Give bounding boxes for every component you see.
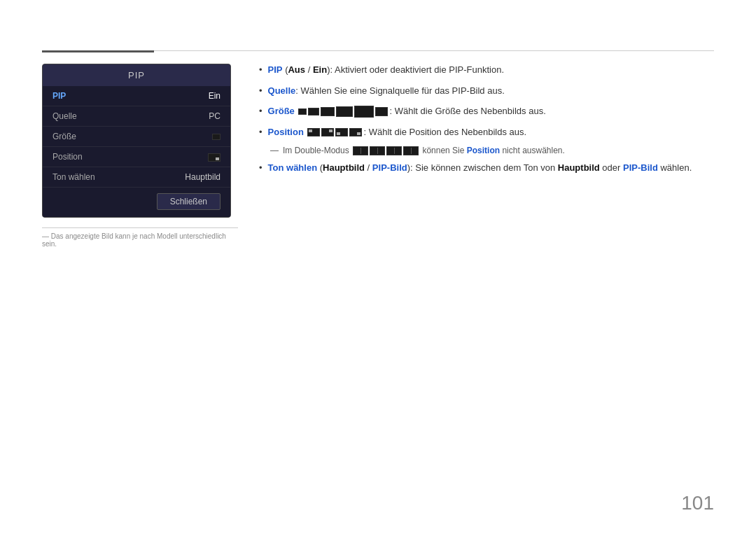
- size-xl-icon: [336, 106, 353, 117]
- right-section: PIP (Aus / Ein): Aktiviert oder deaktivi…: [259, 63, 714, 182]
- pos-tl-icon: [307, 128, 320, 136]
- size-half-icon: [375, 107, 388, 116]
- bullet-ton: Ton wählen (Hauptbild / PIP-Bild): Sie k…: [259, 161, 714, 175]
- double-icon-3: [386, 146, 402, 155]
- pip-row-value: Ein: [209, 91, 220, 101]
- pip-bild-term: PIP-Bild: [372, 162, 407, 173]
- bullet-quelle-text: Quelle: Wählen Sie eine Signalquelle für…: [268, 84, 505, 98]
- position-row-value: [208, 152, 220, 162]
- bullet-position-text: Position : Wählt die Position des Nebenb…: [268, 125, 527, 139]
- groesse-row-value: [212, 132, 220, 141]
- pip-row[interactable]: PIP Ein: [43, 86, 230, 106]
- double-icon-1: [353, 146, 368, 155]
- size-xxl-icon: [354, 106, 374, 118]
- pip-footer: Schließen: [43, 188, 230, 217]
- double-icon-4: [403, 146, 419, 155]
- bullet-list-2: Ton wählen (Hauptbild / PIP-Bild): Sie k…: [259, 161, 714, 175]
- ton-row-value: Hauptbild: [185, 172, 220, 182]
- pos-br-icon: [349, 128, 362, 136]
- schliessen-button[interactable]: Schließen: [157, 193, 220, 210]
- quelle-term: Quelle: [268, 85, 296, 96]
- section-rule: [42, 50, 154, 52]
- footnote: ― Das angezeigte Bild kann je nach Model…: [42, 227, 238, 248]
- size-s-icon: [298, 108, 307, 115]
- groesse-row-label: Größe: [52, 132, 76, 141]
- pip-title: PIP: [43, 64, 230, 86]
- position-icons: [307, 128, 362, 136]
- position-term: Position: [268, 127, 304, 137]
- position-icon: [208, 153, 220, 162]
- double-icon-2: [370, 146, 385, 155]
- bullet-pip-text: PIP (Aus / Ein): Aktiviert oder deaktivi…: [268, 63, 504, 77]
- ton-row[interactable]: Ton wählen Hauptbild: [43, 167, 230, 188]
- groesse-row[interactable]: Größe: [43, 127, 230, 147]
- pos-bl-icon: [335, 128, 348, 136]
- bullet-quelle: Quelle: Wählen Sie eine Signalquelle für…: [259, 84, 714, 98]
- size-m-icon: [308, 108, 319, 115]
- sub-note-text: Im Double-Modus können Sie Position nich…: [283, 146, 565, 155]
- ton-row-label: Ton wählen: [52, 172, 95, 182]
- pip-menu-box: PIP PIP Ein Quelle PC Größe Position: [42, 64, 231, 218]
- double-mode-icons: [353, 146, 419, 155]
- position-row[interactable]: Position: [43, 147, 230, 167]
- bullet-position: Position : Wählt die Position des Nebenb…: [259, 125, 714, 139]
- groesse-icons: [298, 106, 388, 118]
- bullet-groesse-text: Größe : Wählt die Größe des Nebenbilds a…: [268, 104, 546, 118]
- hauptbild-term: Hauptbild: [323, 162, 365, 173]
- groesse-term: Größe: [268, 106, 295, 116]
- left-section: PIP PIP Ein Quelle PC Größe Position: [42, 50, 182, 248]
- pos-tr-icon: [321, 128, 334, 136]
- aus-term: Aus: [288, 64, 305, 75]
- pip-row-label: PIP: [52, 91, 66, 101]
- sub-note-double: Im Double-Modus können Sie Position nich…: [270, 146, 714, 155]
- ein-term: Ein: [313, 64, 327, 75]
- bullet-list: PIP (Aus / Ein): Aktiviert oder deaktivi…: [259, 63, 714, 139]
- bullet-groesse: Größe : Wählt die Größe des Nebenbilds a…: [259, 104, 714, 118]
- bullet-ton-text: Ton wählen (Hauptbild / PIP-Bild): Sie k…: [268, 161, 692, 175]
- position-row-label: Position: [52, 152, 83, 162]
- ton-term: Ton wählen: [268, 162, 318, 173]
- quelle-row-value: PC: [209, 111, 220, 121]
- hauptbild-ref: Hauptbild: [558, 162, 600, 173]
- page-number: 101: [681, 492, 714, 514]
- size-icon-small: [212, 134, 220, 140]
- pip-term: PIP: [268, 64, 283, 75]
- quelle-row[interactable]: Quelle PC: [43, 106, 230, 127]
- size-l-icon: [321, 107, 335, 116]
- pip-bild-ref: PIP-Bild: [623, 162, 658, 173]
- quelle-row-label: Quelle: [52, 111, 77, 121]
- bullet-pip: PIP (Aus / Ein): Aktiviert oder deaktivi…: [259, 63, 714, 77]
- position-ref: Position: [467, 146, 500, 155]
